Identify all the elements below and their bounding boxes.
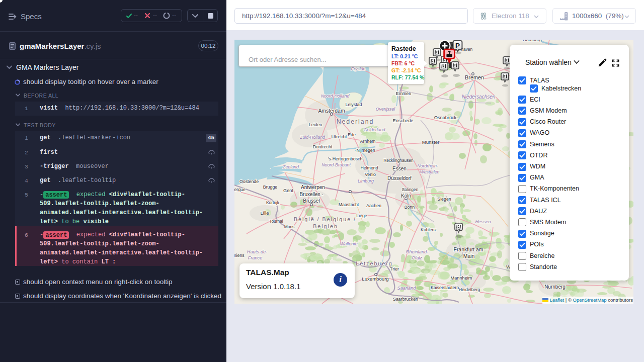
svg-text:P: P [455,42,460,49]
